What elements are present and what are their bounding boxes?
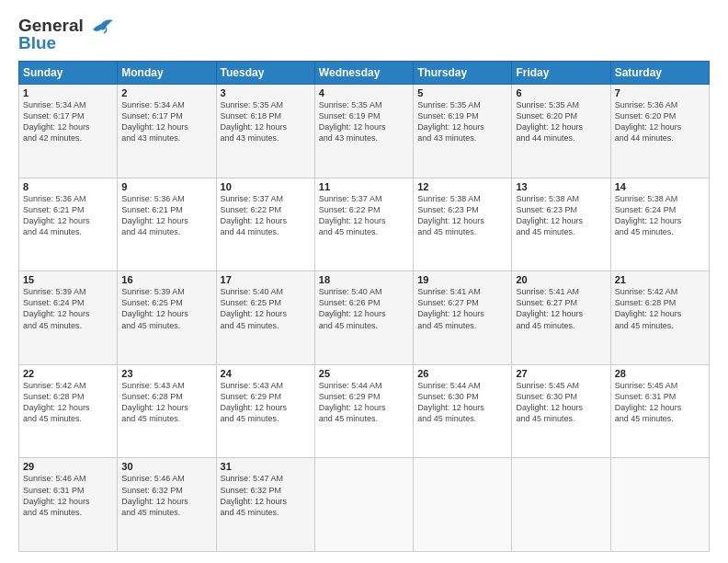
day-number: 27 bbox=[516, 368, 606, 379]
day-number: 15 bbox=[23, 274, 113, 285]
calendar-cell: 18Sunrise: 5:40 AMSunset: 6:26 PMDayligh… bbox=[314, 271, 413, 365]
day-info: Sunrise: 5:42 AMSunset: 6:28 PMDaylight:… bbox=[615, 286, 705, 331]
calendar-cell: 9Sunrise: 5:36 AMSunset: 6:21 PMDaylight… bbox=[118, 178, 216, 271]
day-number: 18 bbox=[319, 274, 409, 285]
day-info: Sunrise: 5:34 AMSunset: 6:17 PMDaylight:… bbox=[23, 99, 113, 144]
day-number: 5 bbox=[417, 87, 507, 98]
page: General Blue Sunday Monday Tuesday We bbox=[0, 0, 728, 563]
day-info: Sunrise: 5:46 AMSunset: 6:31 PMDaylight:… bbox=[23, 473, 113, 518]
calendar-cell: 28Sunrise: 5:45 AMSunset: 6:31 PMDayligh… bbox=[610, 364, 709, 458]
day-info: Sunrise: 5:41 AMSunset: 6:27 PMDaylight:… bbox=[516, 286, 606, 331]
day-number: 7 bbox=[615, 87, 705, 98]
logo: General Blue bbox=[18, 17, 115, 52]
day-info: Sunrise: 5:41 AMSunset: 6:27 PMDaylight:… bbox=[417, 286, 507, 331]
calendar-cell: 23Sunrise: 5:43 AMSunset: 6:28 PMDayligh… bbox=[118, 364, 216, 458]
day-info: Sunrise: 5:44 AMSunset: 6:30 PMDaylight:… bbox=[417, 380, 507, 425]
day-number: 25 bbox=[319, 368, 409, 379]
day-number: 19 bbox=[417, 274, 507, 285]
day-number: 16 bbox=[121, 274, 211, 285]
calendar-cell: 12Sunrise: 5:38 AMSunset: 6:23 PMDayligh… bbox=[414, 178, 512, 271]
day-info: Sunrise: 5:45 AMSunset: 6:30 PMDaylight:… bbox=[516, 380, 606, 425]
day-number: 3 bbox=[221, 87, 311, 98]
calendar-cell: 29Sunrise: 5:46 AMSunset: 6:31 PMDayligh… bbox=[19, 458, 118, 552]
header-saturday: Saturday bbox=[610, 62, 709, 85]
day-number: 6 bbox=[516, 87, 606, 98]
calendar-cell: 13Sunrise: 5:38 AMSunset: 6:23 PMDayligh… bbox=[512, 178, 610, 271]
day-info: Sunrise: 5:40 AMSunset: 6:25 PMDaylight:… bbox=[221, 286, 311, 331]
calendar-cell: 17Sunrise: 5:40 AMSunset: 6:25 PMDayligh… bbox=[216, 271, 314, 365]
header-friday: Friday bbox=[512, 62, 610, 85]
header-tuesday: Tuesday bbox=[216, 62, 314, 85]
calendar-cell: 16Sunrise: 5:39 AMSunset: 6:25 PMDayligh… bbox=[118, 271, 216, 365]
day-info: Sunrise: 5:45 AMSunset: 6:31 PMDaylight:… bbox=[615, 380, 705, 425]
calendar-cell: 15Sunrise: 5:39 AMSunset: 6:24 PMDayligh… bbox=[19, 271, 118, 365]
header-wednesday: Wednesday bbox=[314, 62, 413, 85]
day-number: 4 bbox=[319, 87, 409, 98]
calendar-cell: 14Sunrise: 5:38 AMSunset: 6:24 PMDayligh… bbox=[610, 178, 709, 271]
day-info: Sunrise: 5:38 AMSunset: 6:24 PMDaylight:… bbox=[615, 193, 705, 238]
day-info: Sunrise: 5:38 AMSunset: 6:23 PMDaylight:… bbox=[516, 193, 606, 238]
day-info: Sunrise: 5:43 AMSunset: 6:28 PMDaylight:… bbox=[121, 380, 211, 425]
calendar-cell: 7Sunrise: 5:36 AMSunset: 6:20 PMDaylight… bbox=[610, 85, 709, 178]
header: General Blue bbox=[18, 17, 710, 52]
calendar-cell bbox=[314, 458, 413, 552]
calendar-table: Sunday Monday Tuesday Wednesday Thursday… bbox=[18, 61, 710, 552]
day-info: Sunrise: 5:35 AMSunset: 6:20 PMDaylight:… bbox=[516, 99, 606, 144]
calendar-week-row: 22Sunrise: 5:42 AMSunset: 6:28 PMDayligh… bbox=[19, 364, 710, 458]
calendar-cell: 27Sunrise: 5:45 AMSunset: 6:30 PMDayligh… bbox=[512, 364, 610, 458]
day-number: 13 bbox=[516, 181, 606, 192]
day-info: Sunrise: 5:35 AMSunset: 6:18 PMDaylight:… bbox=[221, 99, 311, 144]
calendar-cell: 20Sunrise: 5:41 AMSunset: 6:27 PMDayligh… bbox=[512, 271, 610, 365]
calendar-cell: 2Sunrise: 5:34 AMSunset: 6:17 PMDaylight… bbox=[118, 85, 216, 178]
calendar-cell: 10Sunrise: 5:37 AMSunset: 6:22 PMDayligh… bbox=[216, 178, 314, 271]
day-info: Sunrise: 5:36 AMSunset: 6:20 PMDaylight:… bbox=[615, 99, 705, 144]
calendar-week-row: 15Sunrise: 5:39 AMSunset: 6:24 PMDayligh… bbox=[19, 271, 710, 365]
calendar-cell: 3Sunrise: 5:35 AMSunset: 6:18 PMDaylight… bbox=[216, 85, 314, 178]
day-number: 14 bbox=[615, 181, 705, 192]
calendar-cell: 31Sunrise: 5:47 AMSunset: 6:32 PMDayligh… bbox=[216, 458, 314, 552]
calendar-cell: 5Sunrise: 5:35 AMSunset: 6:19 PMDaylight… bbox=[414, 85, 512, 178]
day-number: 29 bbox=[23, 461, 113, 472]
day-info: Sunrise: 5:47 AMSunset: 6:32 PMDaylight:… bbox=[221, 473, 311, 518]
day-number: 11 bbox=[319, 181, 409, 192]
calendar-cell bbox=[610, 458, 709, 552]
logo-blue: Blue bbox=[18, 34, 84, 52]
day-number: 8 bbox=[23, 181, 113, 192]
day-info: Sunrise: 5:40 AMSunset: 6:26 PMDaylight:… bbox=[319, 286, 409, 331]
day-number: 30 bbox=[121, 461, 211, 472]
day-number: 28 bbox=[615, 368, 705, 379]
logo-general: General bbox=[18, 17, 84, 34]
calendar-cell bbox=[414, 458, 512, 552]
header-sunday: Sunday bbox=[19, 62, 118, 85]
day-number: 26 bbox=[417, 368, 507, 379]
header-monday: Monday bbox=[118, 62, 216, 85]
day-number: 24 bbox=[221, 368, 311, 379]
day-number: 9 bbox=[121, 181, 211, 192]
calendar-cell: 30Sunrise: 5:46 AMSunset: 6:32 PMDayligh… bbox=[118, 458, 216, 552]
calendar-week-row: 8Sunrise: 5:36 AMSunset: 6:21 PMDaylight… bbox=[19, 178, 710, 271]
header-thursday: Thursday bbox=[414, 62, 512, 85]
day-info: Sunrise: 5:42 AMSunset: 6:28 PMDaylight:… bbox=[23, 380, 113, 425]
weekday-header-row: Sunday Monday Tuesday Wednesday Thursday… bbox=[19, 62, 710, 85]
calendar-cell: 6Sunrise: 5:35 AMSunset: 6:20 PMDaylight… bbox=[512, 85, 610, 178]
calendar-cell: 4Sunrise: 5:35 AMSunset: 6:19 PMDaylight… bbox=[314, 85, 413, 178]
calendar: Sunday Monday Tuesday Wednesday Thursday… bbox=[18, 61, 710, 552]
day-info: Sunrise: 5:46 AMSunset: 6:32 PMDaylight:… bbox=[121, 473, 211, 518]
day-info: Sunrise: 5:37 AMSunset: 6:22 PMDaylight:… bbox=[221, 193, 311, 238]
day-info: Sunrise: 5:36 AMSunset: 6:21 PMDaylight:… bbox=[23, 193, 113, 238]
calendar-cell: 22Sunrise: 5:42 AMSunset: 6:28 PMDayligh… bbox=[19, 364, 118, 458]
day-info: Sunrise: 5:34 AMSunset: 6:17 PMDaylight:… bbox=[121, 99, 211, 144]
day-number: 23 bbox=[121, 368, 211, 379]
day-info: Sunrise: 5:35 AMSunset: 6:19 PMDaylight:… bbox=[319, 99, 409, 144]
calendar-cell: 24Sunrise: 5:43 AMSunset: 6:29 PMDayligh… bbox=[216, 364, 314, 458]
day-number: 10 bbox=[221, 181, 311, 192]
day-info: Sunrise: 5:43 AMSunset: 6:29 PMDaylight:… bbox=[221, 380, 311, 425]
calendar-cell: 21Sunrise: 5:42 AMSunset: 6:28 PMDayligh… bbox=[610, 271, 709, 365]
day-info: Sunrise: 5:39 AMSunset: 6:25 PMDaylight:… bbox=[121, 286, 211, 331]
day-info: Sunrise: 5:37 AMSunset: 6:22 PMDaylight:… bbox=[319, 193, 409, 238]
day-info: Sunrise: 5:35 AMSunset: 6:19 PMDaylight:… bbox=[417, 99, 507, 144]
calendar-cell: 11Sunrise: 5:37 AMSunset: 6:22 PMDayligh… bbox=[314, 178, 413, 271]
calendar-week-row: 1Sunrise: 5:34 AMSunset: 6:17 PMDaylight… bbox=[19, 85, 710, 178]
logo-bird-icon bbox=[87, 17, 115, 44]
day-number: 17 bbox=[221, 274, 311, 285]
